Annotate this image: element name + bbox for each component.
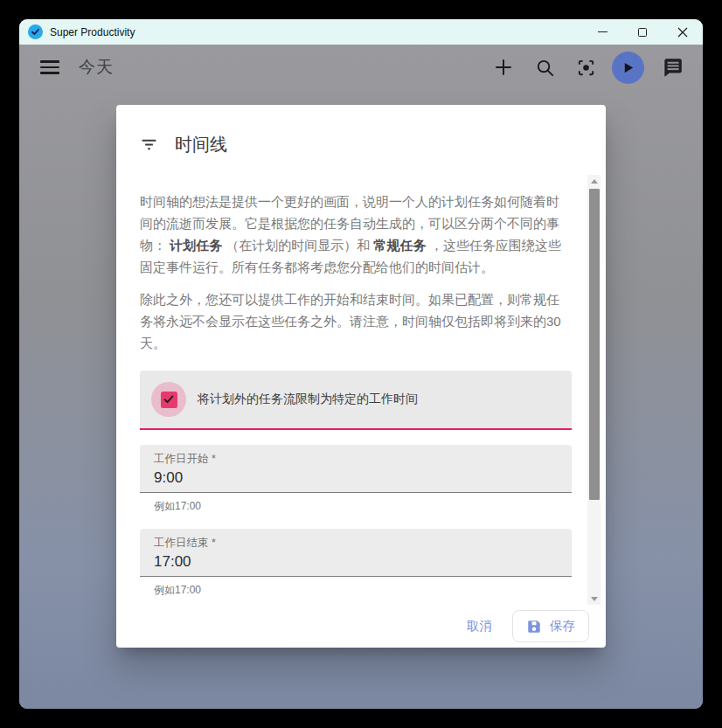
workday-end-group: 工作日结束 * 17:00 例如17:00 [140,529,572,598]
field-value[interactable]: 9:00 [154,469,558,487]
dialog-header: 时间线 [116,105,606,175]
timeline-filter-icon [140,135,158,154]
focus-mode-icon[interactable] [573,54,599,80]
scroll-up-icon[interactable] [587,175,601,187]
titlebar: Super Productivity [19,19,703,45]
dialog-title: 时间线 [175,133,227,156]
search-icon[interactable] [531,54,558,80]
app-window: Super Productivity 今天 [19,19,703,709]
dialog-scrollbar[interactable] [587,175,601,605]
window-title: Super Productivity [50,26,582,38]
term-scheduled-tasks: 计划任务 [170,238,222,253]
add-icon[interactable] [490,54,517,80]
intro-paragraph-1: 时间轴的想法是提供一个更好的画面，说明一个人的计划任务如何随着时间的流逝而发展。… [140,191,572,278]
save-button[interactable]: 保存 [512,610,589,642]
maximize-icon[interactable] [622,19,663,45]
minimize-icon[interactable] [582,19,622,45]
intro-text: （在计划的时间显示）和 [222,238,373,253]
window-controls [582,19,703,45]
workday-start-field[interactable]: 工作日开始 * 9:00 [140,445,572,493]
dialog-scroll-content: 时间轴的想法是提供一个更好的画面，说明一个人的计划任务如何随着时间的流逝而发展。… [116,175,606,605]
main-toolbar: 今天 [19,45,703,90]
dialog-footer: 取消 保存 [116,605,606,648]
play-icon[interactable] [612,52,644,84]
save-button-label: 保存 [550,618,575,634]
menu-icon[interactable] [40,60,59,74]
save-disk-icon [526,619,542,634]
work-hours-checkbox-row[interactable]: 将计划外的任务流限制为特定的工作时间 [140,371,572,430]
field-label: 工作日结束 * [154,536,558,551]
workday-end-field[interactable]: 工作日结束 * 17:00 [140,529,572,577]
work-hours-checkbox[interactable] [161,392,177,408]
work-hours-checkbox-label[interactable]: 将计划外的任务流限制为特定的工作时间 [198,392,418,407]
checkbox-ripple[interactable] [151,382,186,417]
app-logo-check-icon [28,24,43,39]
scrollbar-thumb[interactable] [589,189,600,500]
cancel-button[interactable]: 取消 [453,610,506,642]
page-title: 今天 [79,56,114,79]
workday-start-group: 工作日开始 * 9:00 例如17:00 [140,445,572,514]
intro-paragraph-2: 除此之外，您还可以提供工作的开始和结束时间。如果已配置，则常规任务将永远不会显示… [140,288,572,354]
field-value[interactable]: 17:00 [154,553,558,571]
notes-icon[interactable] [659,54,685,80]
field-hint: 例如17:00 [154,583,572,598]
timeline-dialog: 时间线 时间轴的想法是提供一个更好的画面，说明一个人的计划任务如何随着时间的流逝… [116,105,606,648]
term-regular-tasks: 常规任务 [374,238,427,253]
close-icon[interactable] [663,19,703,45]
scroll-down-icon[interactable] [587,593,601,605]
field-hint: 例如17:00 [154,499,572,514]
field-label: 工作日开始 * [154,452,558,467]
